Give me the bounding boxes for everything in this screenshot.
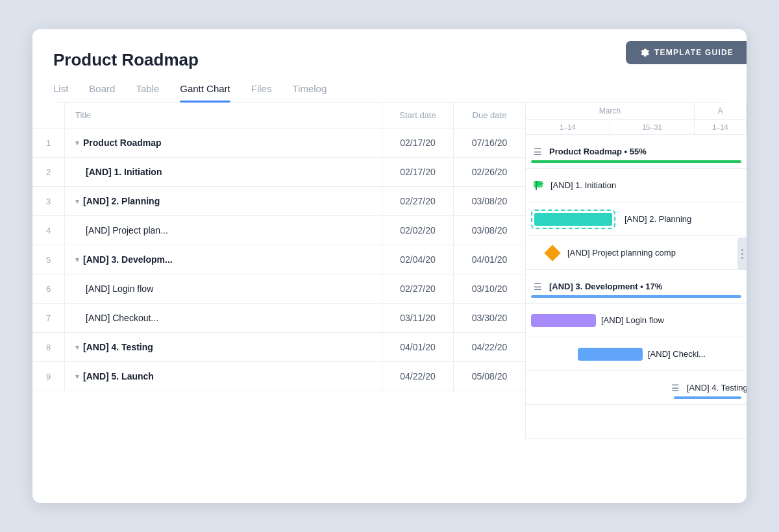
scroll-dot bbox=[741, 253, 743, 255]
gantt-row bbox=[526, 405, 747, 439]
row-due-date: 05/08/20 bbox=[454, 362, 525, 391]
row-due-date: 02/26/20 bbox=[454, 158, 525, 186]
tab-table[interactable]: Table bbox=[136, 83, 159, 102]
milestone-diamond-icon bbox=[544, 245, 560, 261]
row-due-date: 04/22/20 bbox=[454, 333, 525, 361]
chevron-down-icon: ▾ bbox=[75, 343, 79, 352]
tab-timelog[interactable]: Timelog bbox=[292, 83, 327, 102]
gantt-section: March A 1–14 15–31 1–14 ☰ Product Roadma… bbox=[526, 103, 747, 439]
row-number: 7 bbox=[32, 304, 65, 332]
row-due-date: 03/08/20 bbox=[454, 187, 525, 215]
table-row[interactable]: 1 ▾ Product Roadmap 02/17/20 07/16/20 bbox=[32, 128, 525, 158]
table-row[interactable]: 3 ▾ [AND] 2. Planning 02/27/20 03/08/20 bbox=[32, 187, 525, 216]
row-number: 5 bbox=[32, 246, 65, 274]
chevron-down-icon: ▾ bbox=[75, 139, 79, 147]
gantt-row: ☰ Product Roadmap • 55% bbox=[526, 135, 747, 169]
tab-files[interactable]: Files bbox=[251, 83, 272, 102]
scroll-dot bbox=[741, 257, 743, 259]
gantt-bar bbox=[531, 314, 596, 327]
row-start-date: 02/27/20 bbox=[382, 187, 454, 215]
row-number: 9 bbox=[32, 363, 65, 391]
table-row[interactable]: 8 ▾ [AND] 4. Testing 04/01/20 04/22/20 bbox=[32, 333, 525, 362]
table-row[interactable]: 2 [AND] 1. Initiation 02/17/20 02/26/20 bbox=[32, 158, 525, 187]
tab-gantt[interactable]: Gantt Chart bbox=[180, 83, 230, 102]
row-title: ▾ [AND] 2. Planning bbox=[65, 187, 382, 215]
chevron-down-icon: ▾ bbox=[75, 197, 79, 206]
table-section: Title Start date Due date 1 ▾ Product Ro… bbox=[32, 103, 526, 439]
row-number: 2 bbox=[32, 158, 65, 186]
row-number: 3 bbox=[32, 187, 65, 215]
header: Product Roadmap List Board Table Gantt C… bbox=[32, 29, 747, 103]
scroll-handle[interactable] bbox=[737, 237, 747, 270]
gantt-row: [AND] 1. Initiation bbox=[526, 169, 747, 202]
template-guide-button[interactable]: TEMPLATE GUIDE bbox=[626, 41, 747, 64]
row-title: ▾ Product Roadmap bbox=[65, 128, 382, 157]
row-start-date: 04/01/20 bbox=[382, 333, 454, 361]
row-due-date: 04/01/20 bbox=[454, 245, 525, 274]
row-title: ▾ [AND] 4. Testing bbox=[65, 333, 382, 361]
gantt-month-march: March bbox=[526, 103, 695, 119]
gantt-months: March A bbox=[526, 103, 747, 120]
gantt-week-1: 1–14 bbox=[526, 120, 610, 134]
gantt-planning-bar bbox=[531, 210, 615, 229]
gantt-weeks: 1–14 15–31 1–14 bbox=[526, 120, 747, 134]
row-start-date: 02/17/20 bbox=[382, 128, 454, 157]
table-header-row: Title Start date Due date bbox=[32, 103, 525, 128]
gantt-bar bbox=[578, 348, 643, 361]
chevron-down-icon: ▾ bbox=[75, 256, 79, 264]
tabs-nav: List Board Table Gantt Chart Files Timel… bbox=[53, 83, 726, 103]
gantt-bar-fill bbox=[534, 213, 612, 226]
row-due-date: 03/10/20 bbox=[454, 274, 525, 303]
page-title: Product Roadmap bbox=[53, 50, 726, 70]
row-number: 6 bbox=[32, 275, 65, 303]
row-due-date: 03/08/20 bbox=[454, 216, 525, 245]
row-start-date: 02/02/20 bbox=[382, 216, 454, 245]
row-title: [AND] Login flow bbox=[65, 274, 382, 303]
scroll-dot bbox=[741, 249, 743, 251]
main-container: TEMPLATE GUIDE Product Roadmap List Boar… bbox=[32, 29, 747, 503]
row-number: 1 bbox=[32, 129, 65, 157]
col-title-header: Title bbox=[65, 103, 382, 128]
task-list-icon: ☰ bbox=[531, 145, 544, 158]
row-title: [AND] Project plan... bbox=[65, 216, 382, 245]
gear-icon bbox=[639, 47, 649, 58]
row-start-date: 04/22/20 bbox=[382, 362, 454, 391]
main-content: Title Start date Due date 1 ▾ Product Ro… bbox=[32, 103, 747, 439]
template-guide-label: TEMPLATE GUIDE bbox=[654, 48, 734, 57]
tab-board[interactable]: Board bbox=[89, 83, 115, 102]
row-due-date: 07/16/20 bbox=[454, 128, 525, 157]
row-start-date: 02/27/20 bbox=[382, 274, 454, 303]
table-row[interactable]: 4 [AND] Project plan... 02/02/20 03/08/2… bbox=[32, 216, 525, 245]
row-title: ▾ [AND] 5. Launch bbox=[65, 362, 382, 391]
gantt-row: [AND] 2. Planning bbox=[526, 202, 747, 236]
gantt-bar-label: [AND] Project planning comp bbox=[567, 248, 676, 258]
row-title: [AND] 1. Initiation bbox=[65, 158, 382, 186]
table-row[interactable]: 5 ▾ [AND] 3. Developm... 02/04/20 04/01/… bbox=[32, 245, 525, 274]
task-list-icon: ☰ bbox=[669, 381, 682, 394]
row-number: 4 bbox=[32, 217, 65, 245]
gantt-bar-label: [AND] 4. Testing bbox=[687, 383, 747, 393]
gantt-row: [AND] Checki... bbox=[526, 337, 747, 371]
gantt-header: March A 1–14 15–31 1–14 bbox=[526, 103, 747, 135]
flag-icon bbox=[531, 178, 545, 193]
table-row[interactable]: 9 ▾ [AND] 5. Launch 04/22/20 05/08/20 bbox=[32, 362, 525, 391]
scroll-dots bbox=[741, 249, 743, 259]
gantt-row: ☰ [AND] 4. Testing bbox=[526, 371, 747, 405]
col-num-header bbox=[32, 103, 65, 128]
table-row[interactable]: 7 [AND] Checkout... 03/11/20 03/30/20 bbox=[32, 304, 525, 333]
svg-rect-1 bbox=[536, 181, 537, 190]
row-title: [AND] Checkout... bbox=[65, 304, 382, 332]
table-row[interactable]: 6 [AND] Login flow 02/27/20 03/10/20 bbox=[32, 274, 525, 304]
col-due-header: Due date bbox=[454, 103, 525, 128]
gantt-body: ☰ Product Roadmap • 55% [AND] 1. Initiat… bbox=[526, 135, 747, 439]
row-number: 8 bbox=[32, 333, 65, 361]
gantt-row: [AND] Login flow bbox=[526, 304, 747, 337]
gantt-bar-label: [AND] Login flow bbox=[601, 315, 664, 325]
gantt-bar-label: [AND] 3. Development • 17% bbox=[549, 282, 662, 291]
gantt-bar-label: [AND] Checki... bbox=[648, 349, 706, 359]
col-start-header: Start date bbox=[382, 103, 454, 128]
row-start-date: 03/11/20 bbox=[382, 304, 454, 332]
tab-list[interactable]: List bbox=[53, 83, 68, 102]
gantt-week-2: 15–31 bbox=[610, 120, 695, 134]
gantt-bar-label: [AND] 2. Planning bbox=[624, 214, 691, 224]
